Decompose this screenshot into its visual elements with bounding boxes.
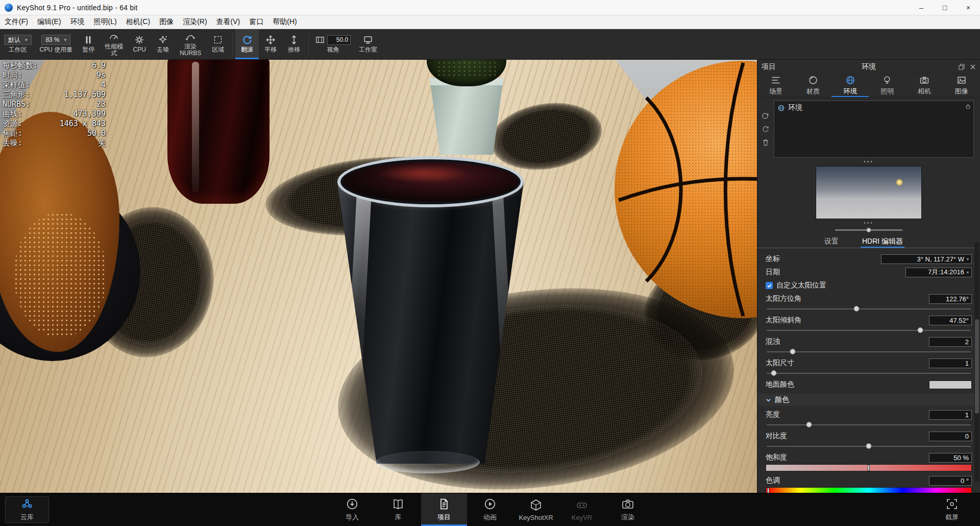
fov-label: 视角 xyxy=(327,46,339,53)
turbidity-slider[interactable] xyxy=(766,348,972,355)
close-panel-icon[interactable] xyxy=(970,64,976,70)
hdri-rotation-handle[interactable] xyxy=(867,228,871,232)
sun-position-marker[interactable] xyxy=(896,179,903,186)
cpu-usage-selector[interactable]: 83 % ▾ CPU 使用量 xyxy=(36,29,77,59)
studio-button[interactable]: 工作室 xyxy=(355,29,381,59)
close-button[interactable]: × xyxy=(957,0,980,15)
maximize-button[interactable]: □ xyxy=(933,0,957,15)
import-button[interactable]: 导入 xyxy=(329,493,375,526)
tab-scene[interactable]: 场景 xyxy=(757,74,795,97)
import-icon xyxy=(346,497,359,511)
workspace-dropdown[interactable]: 默认 ▾ xyxy=(4,35,32,45)
basketball-seams xyxy=(615,61,757,318)
render-button[interactable]: 渲染 xyxy=(605,493,651,526)
menu-item-image[interactable]: 图像 xyxy=(155,15,178,29)
saturation-slider[interactable] xyxy=(766,464,972,471)
menu-item-edit[interactable]: 编辑(E) xyxy=(33,15,66,29)
hdri-preview[interactable] xyxy=(816,166,922,219)
dolly-button[interactable]: 推移 xyxy=(282,29,306,59)
cloud-library-button[interactable]: 云库 xyxy=(5,496,49,523)
azimuth-slider[interactable] xyxy=(766,305,972,313)
hdri-rotation-slider[interactable] xyxy=(835,229,902,231)
tab-environment[interactable]: 环境 xyxy=(831,74,869,97)
brightness-field[interactable]: 1 xyxy=(929,410,972,420)
menu-item-camera[interactable]: 相机(C) xyxy=(121,15,155,29)
library-button[interactable]: 库 xyxy=(375,493,421,526)
menu-item-view[interactable]: 查看(V) xyxy=(212,15,245,29)
render-nurbs-button[interactable]: 渲染NURBS xyxy=(175,29,206,59)
denoise-button[interactable]: 去噪 xyxy=(151,29,175,59)
contrast-field[interactable]: 0 xyxy=(929,432,972,441)
cloud-library-icon xyxy=(20,497,34,511)
lock-icon[interactable] xyxy=(965,103,971,110)
tab-hdri-editor[interactable]: HDRI 编辑器 xyxy=(861,235,904,248)
saturation-slider-handle[interactable] xyxy=(868,465,870,471)
project-button[interactable]: 项目 xyxy=(421,493,467,526)
menu-item-lighting[interactable]: 照明(L) xyxy=(89,15,121,29)
contrast-slider-handle[interactable] xyxy=(866,443,872,449)
keyshotxr-button[interactable]: KeyShotXR xyxy=(513,493,559,526)
tab-settings[interactable]: 设置 xyxy=(823,235,840,248)
basketball-object[interactable] xyxy=(615,61,757,318)
turbidity-slider-handle[interactable] xyxy=(790,349,795,354)
pause-button[interactable]: 暂停 xyxy=(77,29,100,59)
hue-field[interactable]: 0 ° xyxy=(929,476,972,486)
environment-list[interactable]: 环境 xyxy=(774,101,974,158)
custom-sun-checkbox[interactable] xyxy=(766,282,773,289)
menu-item-environment[interactable]: 环境 xyxy=(66,15,89,29)
azimuth-slider-handle[interactable] xyxy=(853,306,859,312)
azimuth-field[interactable]: 122.76° xyxy=(929,294,972,304)
sun-size-slider[interactable] xyxy=(766,370,972,377)
coordinates-field[interactable]: 3° N, 117.27° W ▾ xyxy=(881,254,972,264)
environment-properties: 坐标 3° N, 117.27° W ▾ 日期 7月:14:2016 ▾ 自 xyxy=(757,248,980,510)
glass-rim xyxy=(337,156,524,207)
tab-image[interactable]: 图像 xyxy=(943,74,980,97)
saturation-field[interactable]: 50 % xyxy=(929,453,972,463)
environment-tree-item[interactable]: 环境 xyxy=(774,101,973,114)
cpu-usage-dropdown[interactable]: 83 % ▾ xyxy=(41,35,70,45)
menu-item-file[interactable]: 文件(F) xyxy=(0,15,33,29)
elevation-field[interactable]: 47.52° xyxy=(929,316,972,325)
animation-button[interactable]: 动画 xyxy=(467,493,513,526)
fov-control[interactable]: 50.0 视角 xyxy=(311,29,355,59)
screenshot-button[interactable]: 截屏 xyxy=(929,493,975,526)
render-viewport[interactable]: 每秒帧数:6.9 时间:9s 采样值:4 三角形:1,137,509 NURBS… xyxy=(0,60,757,493)
scrollbar-thumb[interactable] xyxy=(975,319,979,414)
sparkle-icon xyxy=(158,35,168,45)
cpu-mode-button[interactable]: CPU xyxy=(128,29,151,59)
tab-lighting[interactable]: 照明 xyxy=(869,74,906,97)
cpu-usage-label: CPU 使用量 xyxy=(40,46,73,53)
drag-handle-dots[interactable]: ••• xyxy=(757,220,980,226)
tab-material[interactable]: 材质 xyxy=(795,74,832,97)
performance-mode-button[interactable]: 性能模式 xyxy=(100,29,128,59)
date-field[interactable]: 7月:14:2016 ▾ xyxy=(905,268,972,277)
sun-size-slider-handle[interactable] xyxy=(771,370,777,376)
menu-item-render[interactable]: 渲染(R) xyxy=(178,15,211,29)
color-section-header[interactable]: 颜色 xyxy=(757,394,980,406)
panel-scrollbar[interactable] xyxy=(974,243,979,482)
contrast-slider[interactable] xyxy=(766,443,972,450)
minimize-button[interactable]: – xyxy=(910,0,933,15)
refresh-environment-icon[interactable] xyxy=(762,125,770,133)
elevation-slider[interactable] xyxy=(766,327,972,334)
brightness-slider[interactable] xyxy=(766,421,972,428)
drag-handle-dots[interactable]: ••• xyxy=(757,159,980,165)
menu-item-window[interactable]: 窗口 xyxy=(244,15,268,29)
undock-icon[interactable] xyxy=(959,64,965,70)
bottle-object[interactable] xyxy=(167,60,270,204)
turbidity-field[interactable]: 2 xyxy=(929,337,972,347)
workspace-selector[interactable]: 默认 ▾ 工作区 xyxy=(0,29,36,59)
menu-item-help[interactable]: 帮助(H) xyxy=(268,15,301,29)
ground-color-swatch[interactable] xyxy=(929,380,972,389)
fov-input[interactable]: 50.0 xyxy=(327,35,351,45)
pan-button[interactable]: 平移 xyxy=(259,29,282,59)
play-circle-icon xyxy=(483,497,497,511)
tab-camera[interactable]: 相机 xyxy=(906,74,943,97)
add-environment-icon[interactable] xyxy=(762,112,770,120)
tumble-button[interactable]: 翻滚 xyxy=(235,29,259,59)
trash-icon[interactable] xyxy=(762,138,770,147)
region-button[interactable]: 区域 xyxy=(206,29,230,59)
elevation-slider-handle[interactable] xyxy=(918,327,923,333)
sun-size-field[interactable]: 1 xyxy=(929,358,972,368)
brightness-slider-handle[interactable] xyxy=(806,422,812,427)
